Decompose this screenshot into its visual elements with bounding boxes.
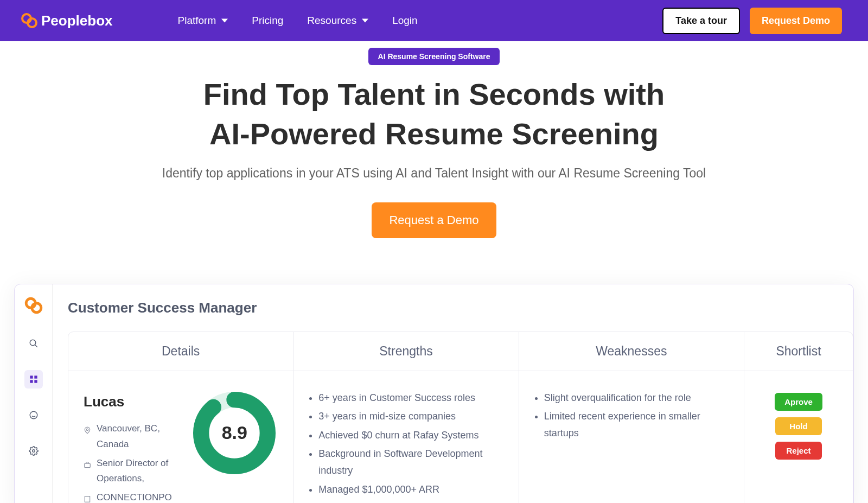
preview-sidebar [15, 284, 53, 503]
chevron-down-icon [362, 17, 368, 24]
chat-icon[interactable] [24, 406, 43, 424]
nav-item-label: Resources [307, 15, 356, 27]
svg-rect-5 [34, 380, 37, 383]
nav-item-label: Login [392, 15, 418, 27]
location-icon [84, 424, 92, 453]
sidebar-logo-icon [24, 296, 43, 317]
nav-item-login[interactable]: Login [392, 15, 418, 27]
approve-button[interactable]: Aprove [775, 393, 822, 411]
nav-item-label: Platform [177, 15, 216, 27]
svg-rect-4 [30, 380, 33, 383]
candidate-title: Senior Director of Operations, [97, 456, 176, 487]
cell-details: Lucas Vancouver, BC, Canada [68, 371, 293, 503]
top-nav: Peoplebox Platform Pricing Resources Log… [0, 0, 868, 41]
hero: AI Resume Screening Software Find Top Ta… [0, 41, 868, 238]
settings-icon[interactable] [24, 442, 43, 460]
nav-item-platform[interactable]: Platform [177, 15, 228, 27]
cell-shortlist: Aprove Hold Reject [744, 371, 853, 503]
list-item: Achieved $0 churn at Rafay Systems [318, 427, 503, 444]
hero-subtitle: Identify top applications in your ATS us… [0, 166, 868, 181]
score-value: 8.9 [222, 417, 247, 449]
list-item: 3+ years in mid-size companies [318, 408, 503, 425]
svg-point-6 [30, 411, 37, 419]
list-item: 6+ years in Customer Success roles [318, 390, 503, 406]
logo-text: Peoplebox [41, 12, 112, 29]
list-item: Background in Software Development indus… [318, 445, 503, 479]
score-donut: 8.9 [191, 390, 278, 476]
nav-menu: Platform Pricing Resources Login [177, 15, 417, 27]
search-icon[interactable] [24, 334, 43, 353]
hero-title-line1: Find Top Talent in Seconds with [203, 77, 665, 111]
svg-rect-3 [34, 375, 37, 378]
nav-item-pricing[interactable]: Pricing [252, 15, 283, 27]
col-strengths: Strengths [293, 332, 519, 371]
cell-strengths: 6+ years in Customer Success roles3+ yea… [293, 371, 519, 503]
candidate-table: Details Strengths Weaknesses Shortlist L… [68, 332, 853, 503]
request-demo-nav-button[interactable]: Request Demo [750, 8, 842, 34]
hero-badge: AI Resume Screening Software [368, 48, 500, 65]
candidate-location: Vancouver, BC, Canada [97, 421, 176, 453]
reject-button[interactable]: Reject [775, 442, 822, 460]
table-row: Lucas Vancouver, BC, Canada [68, 371, 853, 503]
svg-rect-2 [30, 375, 33, 378]
job-title: Customer Success Manager [68, 300, 853, 316]
weaknesses-list: Slight overqualification for the roleLim… [534, 390, 729, 442]
svg-point-7 [32, 449, 35, 452]
table-header: Details Strengths Weaknesses Shortlist [68, 332, 853, 371]
cell-weaknesses: Slight overqualification for the roleLim… [519, 371, 744, 503]
svg-point-8 [86, 429, 88, 431]
preview-main: Customer Success Manager Details Strengt… [53, 284, 853, 503]
building-icon [84, 493, 92, 503]
nav-actions: Take a tour Request Demo [662, 8, 842, 34]
nav-item-resources[interactable]: Resources [307, 15, 368, 27]
take-tour-button[interactable]: Take a tour [662, 8, 740, 34]
candidate-name: Lucas [84, 390, 176, 413]
hold-button[interactable]: Hold [775, 417, 822, 435]
logo-icon [21, 12, 38, 29]
strengths-list: 6+ years in Customer Success roles3+ yea… [309, 390, 503, 498]
col-details: Details [68, 332, 293, 371]
col-weaknesses: Weaknesses [519, 332, 744, 371]
svg-line-1 [35, 345, 37, 347]
request-demo-hero-button[interactable]: Request a Demo [372, 202, 496, 238]
chevron-down-icon [221, 17, 228, 24]
list-item: Slight overqualification for the role [544, 390, 729, 406]
product-preview: Customer Success Manager Details Strengt… [14, 284, 854, 503]
svg-rect-9 [85, 463, 91, 468]
nav-item-label: Pricing [252, 15, 283, 27]
list-item: Managed $1,000,000+ ARR [318, 481, 503, 498]
briefcase-icon [84, 459, 92, 487]
svg-point-0 [30, 340, 36, 346]
hero-title: Find Top Talent in Seconds with AI-Power… [136, 75, 732, 154]
list-item: Limited recent experience in smaller sta… [544, 408, 729, 441]
dashboard-icon[interactable] [24, 370, 43, 389]
col-shortlist: Shortlist [744, 332, 853, 371]
hero-title-line2: AI-Powered Resume Screening [209, 117, 659, 151]
candidate-company: CONNECTIONPO [97, 490, 172, 503]
svg-rect-10 [85, 496, 90, 502]
logo[interactable]: Peoplebox [21, 12, 112, 29]
